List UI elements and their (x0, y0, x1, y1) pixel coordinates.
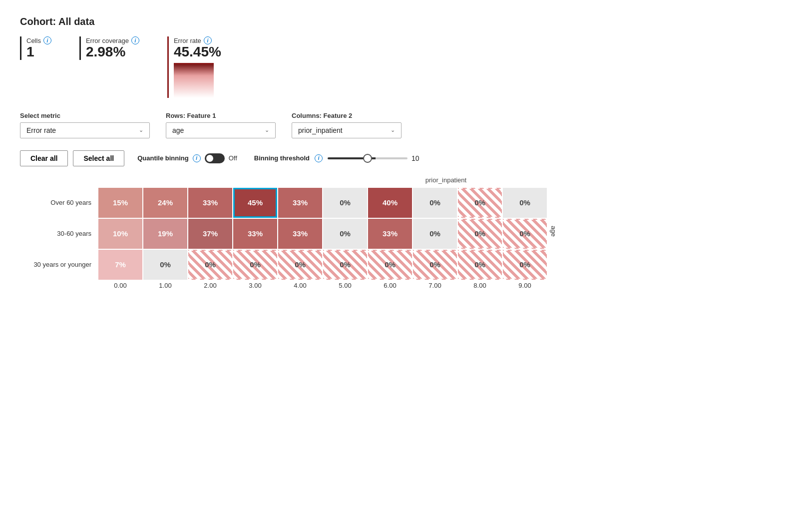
binning-threshold-slider[interactable] (328, 157, 407, 159)
heatmap-cell[interactable]: 0% (503, 250, 547, 280)
quantile-binning-info-icon[interactable]: i (193, 154, 201, 162)
col-axis-label: 2.00 (188, 282, 232, 289)
col-axis-label: 4.00 (278, 282, 322, 289)
select-metric-dropdown[interactable]: Error rate ⌄ (20, 122, 150, 138)
error-rate-value: 45.45% (174, 44, 221, 60)
heatmap-cell[interactable]: 0% (233, 250, 277, 280)
select-metric-group: Select metric Error rate ⌄ (20, 112, 150, 138)
rows-chevron-icon: ⌄ (265, 127, 269, 133)
select-metric-label: Select metric (20, 112, 150, 119)
col-axis-label: 8.00 (458, 282, 502, 289)
heatmap-column-header: prior_inpatient (100, 176, 792, 184)
error-rate-bar (174, 63, 214, 98)
heatmap-cell[interactable]: 0% (368, 250, 412, 280)
heatmap-cell[interactable]: 40% (368, 188, 412, 218)
heatmap-cell[interactable]: 0% (503, 188, 547, 218)
error-rate-label: Error rate i (174, 36, 221, 44)
col-axis-label: 0.00 (98, 282, 142, 289)
col-axis-label: 3.00 (233, 282, 277, 289)
heatmap-cell[interactable]: 33% (233, 219, 277, 249)
cells-metric: Cells i 1 (20, 36, 65, 60)
col-axis-label: 5.00 (323, 282, 367, 289)
columns-feature-label: Columns: Feature 2 (292, 112, 402, 119)
heatmap-row-axis-label: age (550, 226, 557, 242)
col-axis-label: 1.00 (143, 282, 187, 289)
heatmap-cell[interactable]: 0% (458, 219, 502, 249)
columns-feature-dropdown[interactable]: prior_inpatient ⌄ (292, 122, 402, 138)
binning-threshold-group: Binning threshold i 10 (254, 154, 419, 162)
col-axis-label: 9.00 (503, 282, 547, 289)
heatmap-cell[interactable]: 0% (503, 219, 547, 249)
error-coverage-metric: Error coverage i 2.98% (79, 36, 153, 60)
heatmap-cell[interactable]: 0% (323, 219, 367, 249)
quantile-binning-state: Off (229, 154, 237, 162)
rows-feature-label: Rows: Feature 1 (166, 112, 276, 119)
row-label: Over 60 years (20, 199, 97, 206)
heatmap-cell[interactable]: 33% (278, 188, 322, 218)
rows-feature-value: age (172, 126, 184, 134)
heatmap-cell[interactable]: 33% (368, 219, 412, 249)
error-coverage-label: Error coverage i (86, 36, 139, 44)
slider-container: 10 (328, 154, 419, 162)
quantile-binning-toggle[interactable] (205, 153, 225, 163)
heatmap-row: 30-60 years10%19%37%33%33%0%33%0%0%0% (20, 219, 547, 249)
select-metric-value: Error rate (26, 126, 56, 134)
heatmap-cell[interactable]: 37% (188, 219, 232, 249)
heatmap-cell[interactable]: 0% (413, 188, 457, 218)
columns-chevron-icon: ⌄ (391, 127, 395, 133)
heatmap-cell[interactable]: 0% (278, 250, 322, 280)
buttons-toggles-row: Clear all Select all Quantile binning i … (20, 150, 792, 166)
heatmap-cell[interactable]: 0% (143, 250, 187, 280)
error-rate-metric: Error rate i 45.45% (167, 36, 235, 98)
heatmap-cell[interactable]: 0% (413, 250, 457, 280)
cells-label: Cells i (26, 36, 51, 44)
page-title: Cohort: All data (20, 16, 792, 27)
toggle-knob (206, 155, 213, 162)
heatmap-cell[interactable]: 10% (98, 219, 142, 249)
heatmap-cell[interactable]: 33% (278, 219, 322, 249)
binning-threshold-info-icon[interactable]: i (315, 154, 323, 162)
heatmap-section: prior_inpatient Over 60 years15%24%33%45… (20, 176, 792, 289)
heatmap-cell[interactable]: 45% (233, 188, 277, 218)
heatmap-grid: Over 60 years15%24%33%45%33%0%40%0%0%0%3… (20, 188, 547, 280)
quantile-binning-label: Quantile binning (137, 154, 189, 162)
heatmap-cell[interactable]: 0% (323, 188, 367, 218)
binning-threshold-value: 10 (411, 154, 419, 162)
metrics-row: Cells i 1 Error coverage i 2.98% Error r… (20, 36, 792, 98)
error-coverage-info-icon[interactable]: i (131, 36, 139, 44)
heatmap-row: 30 years or younger7%0%0%0%0%0%0%0%0%0% (20, 250, 547, 280)
heatmap-cell[interactable]: 33% (188, 188, 232, 218)
columns-feature-value: prior_inpatient (298, 126, 343, 134)
heatmap-wrapper: Over 60 years15%24%33%45%33%0%40%0%0%0%3… (20, 188, 792, 280)
heatmap-col-axis: 0.001.002.003.004.005.006.007.008.009.00 (98, 282, 792, 289)
heatmap-cell[interactable]: 24% (143, 188, 187, 218)
row-label: 30 years or younger (20, 261, 97, 268)
heatmap-row: Over 60 years15%24%33%45%33%0%40%0%0%0% (20, 188, 547, 218)
columns-feature-group: Columns: Feature 2 prior_inpatient ⌄ (292, 112, 402, 138)
error-rate-info-icon[interactable]: i (204, 36, 212, 44)
select-metric-chevron-icon: ⌄ (139, 127, 143, 133)
heatmap-cell[interactable]: 0% (188, 250, 232, 280)
error-coverage-value: 2.98% (86, 44, 139, 60)
controls-row: Select metric Error rate ⌄ Rows: Feature… (20, 112, 792, 138)
heatmap-cell[interactable]: 15% (98, 188, 142, 218)
heatmap-cell[interactable]: 0% (458, 188, 502, 218)
heatmap-cell[interactable]: 0% (458, 250, 502, 280)
rows-feature-dropdown[interactable]: age ⌄ (166, 122, 276, 138)
col-axis-label: 7.00 (413, 282, 457, 289)
heatmap-cell[interactable]: 7% (98, 250, 142, 280)
select-all-button[interactable]: Select all (73, 150, 124, 166)
clear-all-button[interactable]: Clear all (20, 150, 68, 166)
quantile-binning-group: Quantile binning i Off (137, 153, 237, 163)
row-label: 30-60 years (20, 230, 97, 237)
rows-feature-group: Rows: Feature 1 age ⌄ (166, 112, 276, 138)
heatmap-cell[interactable]: 0% (413, 219, 457, 249)
heatmap-cell[interactable]: 19% (143, 219, 187, 249)
heatmap-cell[interactable]: 0% (323, 250, 367, 280)
col-axis-label: 6.00 (368, 282, 412, 289)
binning-threshold-label: Binning threshold (254, 154, 310, 162)
cells-info-icon[interactable]: i (43, 36, 51, 44)
cells-value: 1 (26, 44, 51, 60)
